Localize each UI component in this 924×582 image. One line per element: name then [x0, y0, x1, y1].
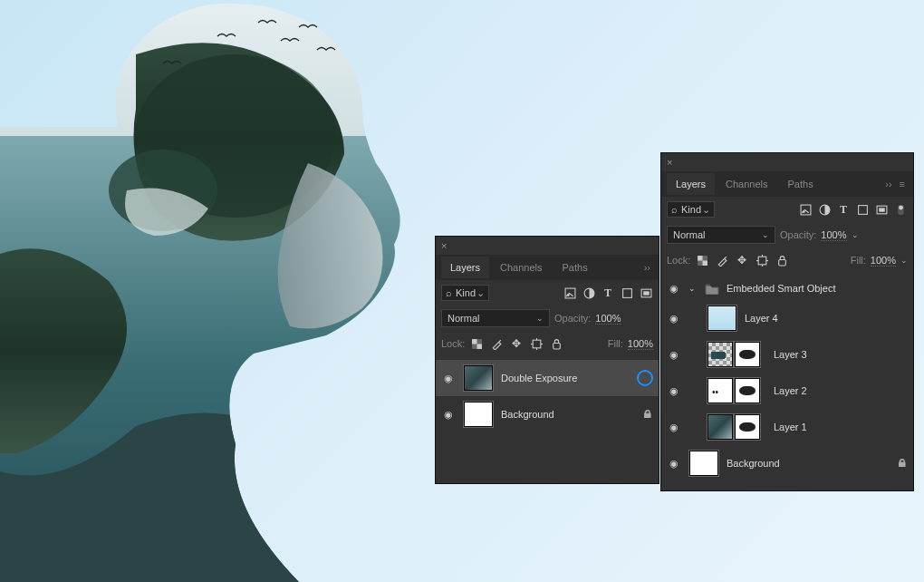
opacity-label: Opacity:	[780, 229, 816, 240]
visibility-toggle-icon[interactable]: ◉	[667, 385, 681, 397]
blend-mode-select[interactable]: Normal ⌄	[441, 309, 550, 327]
layer-name[interactable]: Layer 4	[745, 313, 908, 324]
filter-adjust-icon[interactable]	[817, 202, 832, 217]
filter-pixel-icon[interactable]	[798, 202, 813, 217]
chevron-down-icon[interactable]: ⌄	[688, 284, 698, 293]
lock-icon[interactable]: 🔒︎	[897, 457, 908, 470]
layer-name[interactable]: Layer 1	[774, 422, 908, 432]
filter-smart-icon[interactable]	[639, 286, 653, 300]
filter-kind-select[interactable]: ⌕ Kind ⌄	[667, 201, 715, 218]
lock-pixels-icon[interactable]	[469, 336, 484, 351]
filter-shape-icon[interactable]	[620, 286, 634, 300]
filter-kind-label: Kind	[681, 204, 701, 215]
opacity-value[interactable]: 100%	[595, 313, 621, 325]
chevron-right-icon[interactable]: ››	[641, 262, 653, 273]
visibility-toggle-icon[interactable]: ◉	[441, 409, 456, 421]
close-icon[interactable]: ×	[441, 240, 447, 251]
layer-row[interactable]: ◉ Layer 4	[661, 300, 913, 336]
chevron-down-icon[interactable]: ⌄	[852, 230, 859, 239]
layer-group-name[interactable]: Embedded Smart Object	[727, 283, 908, 294]
lock-move-icon[interactable]: ✥	[735, 253, 749, 267]
layer-row[interactable]: ◉ Background 🔒︎	[661, 445, 913, 481]
fill-value[interactable]: 100%	[871, 255, 896, 267]
panel-menu-icon[interactable]: ≡	[897, 179, 908, 189]
layers-panel-right: × Layers Channels Paths ›› ≡ ⌕ Kind ⌄ T …	[660, 152, 914, 491]
svg-rect-4	[565, 288, 575, 298]
layer-row[interactable]: ◉ •• Layer 2	[661, 373, 913, 409]
lock-bar: Lock: ✥ Fill: 100% ⌄	[661, 247, 913, 273]
lock-icon[interactable]: 🔒︎	[642, 408, 653, 421]
filter-toggle-icon[interactable]	[893, 202, 908, 217]
filter-kind-label: Kind	[456, 287, 476, 298]
layer-name[interactable]: Background	[501, 409, 635, 420]
panel-titlebar[interactable]: ×	[661, 153, 913, 171]
filter-type-icon[interactable]: T	[601, 286, 615, 300]
filter-shape-icon[interactable]	[855, 202, 870, 217]
filter-pixel-icon[interactable]	[563, 286, 577, 300]
svg-rect-24	[879, 208, 885, 211]
layer-name[interactable]: Double Exposure	[501, 373, 630, 383]
blend-bar: Normal ⌄ Opacity: 100% ⌄	[661, 222, 913, 247]
canvas-artwork	[0, 0, 471, 582]
visibility-toggle-icon[interactable]: ◉	[667, 313, 681, 325]
fill-value[interactable]: 100%	[628, 338, 653, 350]
lock-all-icon[interactable]	[775, 253, 789, 267]
lock-brush-icon[interactable]	[489, 336, 504, 351]
filter-adjust-icon[interactable]	[582, 286, 596, 300]
filter-kind-select[interactable]: ⌕ Kind ⌄	[441, 285, 489, 301]
layer-name[interactable]: Layer 3	[774, 349, 908, 360]
visibility-toggle-icon[interactable]: ◉	[667, 349, 681, 361]
visibility-toggle-icon[interactable]: ◉	[667, 283, 681, 295]
fill-label: Fill:	[608, 338, 623, 349]
lock-artboard-icon[interactable]	[755, 253, 769, 267]
svg-point-26	[899, 205, 903, 209]
svg-rect-22	[858, 205, 867, 214]
blend-mode-label: Normal	[448, 313, 479, 324]
lock-label: Lock:	[667, 255, 690, 266]
blend-mode-label: Normal	[673, 229, 705, 240]
layer-row[interactable]: ◉ Layer 3	[661, 336, 913, 373]
layer-group-row[interactable]: ◉ ⌄ Embedded Smart Object	[661, 276, 913, 300]
tab-layers[interactable]: Layers	[441, 257, 489, 278]
layer-name[interactable]: Background	[727, 458, 890, 469]
visibility-toggle-icon[interactable]: ◉	[667, 422, 681, 433]
lock-move-icon[interactable]: ✥	[509, 336, 524, 351]
filter-type-icon[interactable]: T	[836, 202, 851, 217]
search-icon: ⌕	[446, 287, 452, 298]
lock-all-icon[interactable]	[549, 336, 563, 351]
svg-rect-11	[472, 339, 476, 344]
tab-channels[interactable]: Channels	[717, 173, 776, 195]
lock-brush-icon[interactable]	[715, 253, 729, 267]
tab-channels[interactable]: Channels	[491, 257, 551, 278]
chevron-down-icon[interactable]: ⌄	[900, 256, 908, 265]
svg-rect-35	[779, 259, 786, 266]
blend-mode-select[interactable]: Normal ⌄	[667, 226, 775, 244]
lock-artboard-icon[interactable]	[529, 336, 544, 351]
svg-rect-13	[533, 340, 541, 348]
filter-smart-icon[interactable]	[874, 202, 889, 217]
layer-row[interactable]: ◉ Background 🔒︎	[436, 396, 659, 432]
lock-pixels-icon[interactable]	[695, 253, 709, 267]
folder-icon	[705, 283, 719, 295]
layer-row[interactable]: ◉ Layer 1	[661, 409, 913, 445]
search-icon: ⌕	[671, 204, 678, 215]
tab-paths[interactable]: Paths	[779, 173, 823, 195]
layer-name[interactable]: Layer 2	[774, 385, 908, 396]
filter-bar: ⌕ Kind ⌄ T	[436, 280, 659, 306]
visibility-toggle-icon[interactable]: ◉	[667, 458, 681, 470]
lock-bar: Lock: ✥ Fill: 100%	[436, 331, 659, 356]
svg-rect-9	[643, 291, 650, 295]
close-icon[interactable]: ×	[667, 157, 672, 168]
layer-row[interactable]: ◉ Double Exposure	[436, 360, 659, 396]
opacity-value[interactable]: 100%	[821, 229, 846, 241]
layers-panel-left: × Layers Channels Paths ›› ⌕ Kind ⌄ T No…	[435, 236, 659, 484]
tab-paths[interactable]: Paths	[553, 257, 597, 278]
visibility-toggle-icon[interactable]: ◉	[441, 373, 456, 384]
comment-ring-icon[interactable]	[637, 370, 653, 386]
panel-titlebar[interactable]: ×	[436, 237, 659, 255]
svg-rect-7	[622, 288, 631, 297]
tab-layers[interactable]: Layers	[667, 173, 715, 195]
filter-bar: ⌕ Kind ⌄ T	[661, 197, 913, 222]
svg-rect-19	[801, 205, 811, 215]
chevron-right-icon[interactable]: ››	[882, 179, 894, 189]
